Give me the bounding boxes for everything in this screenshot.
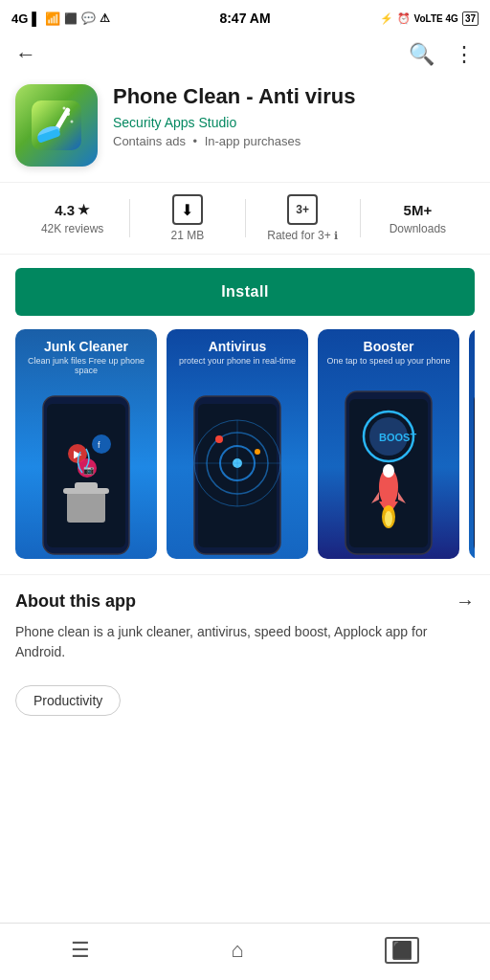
sim-icon: ⬛ bbox=[64, 12, 78, 25]
battery-indicator: 37 bbox=[462, 11, 479, 26]
screenshots-scroll: Junk Cleaner Clean junk files Free up ph… bbox=[15, 329, 475, 559]
tag-productivity[interactable]: Productivity bbox=[15, 685, 121, 716]
age-rating-icon: 3+ bbox=[287, 194, 318, 225]
download-icon: ⬇ bbox=[172, 194, 203, 225]
status-right: ⚡ ⏰ VoLTE 4G 37 bbox=[380, 11, 479, 26]
home-icon[interactable]: ⌂ bbox=[231, 938, 243, 963]
svg-rect-9 bbox=[67, 492, 105, 523]
app-info: Phone Clean - Anti virus Security Apps S… bbox=[113, 84, 475, 148]
back-button[interactable]: ← bbox=[15, 42, 36, 67]
screenshot-booster[interactable]: Booster One tap to speed up your phone B… bbox=[318, 329, 459, 559]
nav-actions: 🔍 ⋮ bbox=[409, 42, 475, 67]
stat-rating-label: 42K reviews bbox=[41, 222, 103, 235]
stat-downloads-value: 5M+ bbox=[404, 202, 433, 218]
more-options-icon[interactable]: ⋮ bbox=[454, 42, 475, 67]
screenshot-junk-cleaner[interactable]: Junk Cleaner Clean junk files Free up ph… bbox=[15, 329, 157, 559]
alert-icon: ⚠ bbox=[100, 11, 110, 25]
back-nav-icon[interactable]: ⬛ bbox=[385, 937, 419, 964]
status-left: 4G ▌ 📶 ⬛ 💬 ⚠ bbox=[11, 11, 110, 26]
search-icon[interactable]: 🔍 bbox=[409, 42, 434, 67]
app-meta: Contains ads • In-app purchases bbox=[113, 134, 475, 148]
clock-icon: ⏰ bbox=[397, 12, 411, 25]
install-button[interactable]: Install bbox=[15, 268, 475, 316]
stat-downloads: 5M+ Downloads bbox=[361, 202, 475, 235]
install-section: Install bbox=[0, 255, 490, 329]
signal-text: 4G bbox=[11, 11, 28, 26]
nav-bar: ← 🔍 ⋮ bbox=[0, 34, 490, 75]
svg-text:📷: 📷 bbox=[83, 464, 95, 476]
svg-point-37 bbox=[385, 511, 392, 526]
about-title: About this app bbox=[15, 591, 136, 612]
about-text: Phone clean is a junk cleaner, antivirus… bbox=[15, 622, 475, 662]
about-section: About this app → Phone clean is a junk c… bbox=[0, 574, 490, 674]
whatsapp-icon: 💬 bbox=[81, 11, 96, 25]
app-meta-ads: Contains ads bbox=[113, 134, 186, 148]
signal-bars: ▌ bbox=[32, 11, 40, 26]
star-icon: ★ bbox=[78, 202, 90, 217]
app-header: Phone Clean - Anti virus Security Apps S… bbox=[0, 75, 490, 182]
app-meta-iap: In-app purchases bbox=[205, 134, 301, 148]
stat-rating-value: 4.3 ★ bbox=[55, 202, 90, 218]
tags-section: Productivity bbox=[0, 674, 490, 731]
svg-point-35 bbox=[383, 464, 394, 478]
stats-row: 4.3 ★ 42K reviews ⬇ 21 MB 3+ Rated for 3… bbox=[0, 182, 490, 255]
screenshot-label-0: Junk Cleaner bbox=[15, 339, 157, 354]
status-bar: 4G ▌ 📶 ⬛ 💬 ⚠ 8:47 AM ⚡ ⏰ VoLTE 4G 37 bbox=[0, 0, 490, 34]
screenshot-sublabel-1: protect your phone in real-time bbox=[167, 356, 308, 366]
screenshot-sublabel-3: Lock yo bbox=[469, 356, 475, 366]
bottom-nav: ☰ ⌂ ⬛ bbox=[0, 923, 490, 980]
about-arrow[interactable]: → bbox=[456, 590, 475, 612]
about-header: About this app → bbox=[15, 590, 475, 612]
stat-size-label: 21 MB bbox=[171, 229, 205, 242]
wifi-icon: 📶 bbox=[45, 11, 60, 26]
app-developer[interactable]: Security Apps Studio bbox=[113, 115, 475, 130]
screenshot-label-1: Antivirus bbox=[167, 339, 308, 354]
stat-rated-label: Rated for 3+ ℹ bbox=[267, 229, 338, 242]
stat-size: ⬇ 21 MB bbox=[130, 194, 244, 242]
screenshot-label-3: A bbox=[469, 339, 475, 352]
stat-rating: 4.3 ★ 42K reviews bbox=[15, 202, 129, 235]
svg-rect-11 bbox=[75, 482, 98, 490]
svg-point-6 bbox=[63, 107, 66, 110]
screenshots-section: Junk Cleaner Clean junk files Free up ph… bbox=[0, 329, 490, 574]
svg-point-5 bbox=[71, 121, 74, 123]
app-title: Phone Clean - Anti virus bbox=[113, 84, 475, 109]
svg-point-26 bbox=[215, 435, 223, 443]
screenshot-label-2: Booster bbox=[318, 339, 459, 354]
bluetooth-icon: ⚡ bbox=[380, 12, 393, 25]
svg-point-4 bbox=[66, 112, 70, 116]
app-icon bbox=[15, 84, 98, 167]
svg-rect-40 bbox=[474, 391, 475, 554]
stat-downloads-label: Downloads bbox=[390, 222, 446, 235]
screenshot-applock[interactable]: A Lock yo f bbox=[469, 329, 475, 559]
stat-rated: 3+ Rated for 3+ ℹ bbox=[246, 194, 360, 242]
menu-icon[interactable]: ☰ bbox=[71, 938, 90, 963]
screenshot-sublabel-0: Clean junk files Free up phone space bbox=[15, 356, 157, 375]
svg-point-27 bbox=[255, 449, 260, 455]
svg-text:BOOST: BOOST bbox=[379, 432, 416, 443]
status-time: 8:47 AM bbox=[219, 11, 270, 26]
network-4g: VoLTE 4G bbox=[414, 13, 458, 24]
svg-point-14 bbox=[92, 434, 111, 454]
screenshot-sublabel-2: One tap to speed up your phone bbox=[318, 356, 459, 366]
screenshot-antivirus[interactable]: Antivirus protect your phone in real-tim… bbox=[167, 329, 308, 559]
